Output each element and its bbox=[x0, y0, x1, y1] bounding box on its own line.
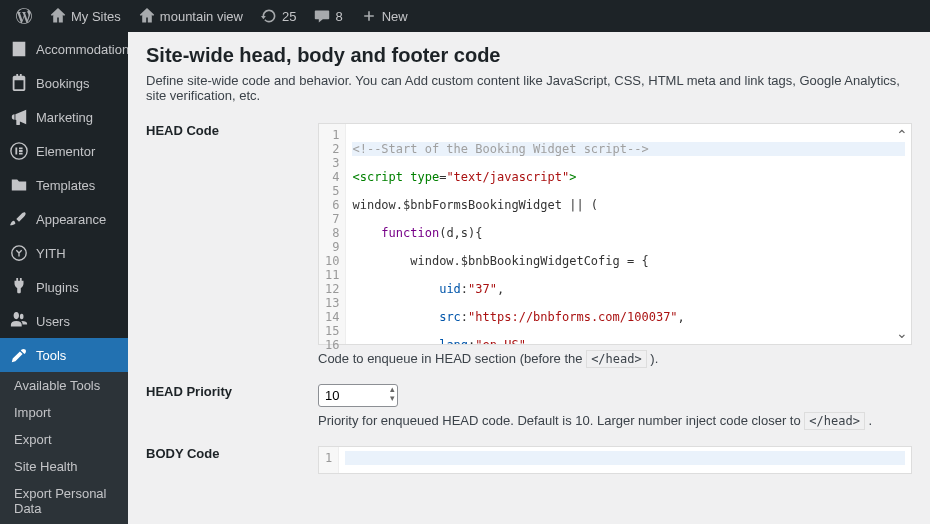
sidebar-item-accommodation[interactable]: Accommodation bbox=[0, 32, 128, 66]
plug-icon bbox=[10, 278, 28, 296]
wrench-icon bbox=[10, 346, 28, 364]
megaphone-icon bbox=[10, 108, 28, 126]
sidebar-item-label: YITH bbox=[36, 246, 66, 261]
admin-sidebar: Accommodation Bookings Marketing Element… bbox=[0, 32, 128, 524]
comment-icon bbox=[314, 8, 330, 24]
brush-icon bbox=[10, 210, 28, 228]
sidebar-item-label: Appearance bbox=[36, 212, 106, 227]
sidebar-item-elementor[interactable]: Elementor bbox=[0, 134, 128, 168]
head-priority-help: Priority for enqueued HEAD code. Default… bbox=[318, 413, 912, 428]
scroll-up-icon[interactable]: ⌃ bbox=[895, 128, 909, 142]
head-code-label: HEAD Code bbox=[146, 123, 318, 366]
sidebar-item-label: Tools bbox=[36, 348, 66, 363]
submenu-import[interactable]: Import bbox=[0, 399, 128, 426]
sidebar-item-tools[interactable]: Tools bbox=[0, 338, 128, 372]
head-code-help: Code to enqueue in HEAD section (before … bbox=[318, 351, 912, 366]
sidebar-item-marketing[interactable]: Marketing bbox=[0, 100, 128, 134]
page-description: Define site-wide code and behavior. You … bbox=[146, 73, 912, 103]
head-priority-input[interactable] bbox=[318, 384, 398, 407]
body-code-label: BODY Code bbox=[146, 446, 318, 474]
sidebar-item-appearance[interactable]: Appearance bbox=[0, 202, 128, 236]
sidebar-item-label: Elementor bbox=[36, 144, 95, 159]
code-area[interactable]: <!--Start of the Booking Widget script--… bbox=[346, 124, 911, 344]
calendar-icon bbox=[10, 74, 28, 92]
code-area[interactable] bbox=[339, 447, 911, 473]
sidebar-item-label: Users bbox=[36, 314, 70, 329]
body-code-editor[interactable]: 1 bbox=[318, 446, 912, 474]
folder-icon bbox=[10, 176, 28, 194]
site-name-label: mountain view bbox=[160, 9, 243, 24]
sidebar-item-bookings[interactable]: Bookings bbox=[0, 66, 128, 100]
site-name-link[interactable]: mountain view bbox=[131, 0, 251, 32]
submenu-export-personal-data[interactable]: Export Personal Data bbox=[0, 480, 128, 522]
sidebar-item-label: Marketing bbox=[36, 110, 93, 125]
page-title: Site-wide head, body and footer code bbox=[146, 44, 912, 67]
submenu-site-health[interactable]: Site Health bbox=[0, 453, 128, 480]
line-gutter: 12345678910111213141516 bbox=[319, 124, 346, 344]
admin-toolbar: My Sites mountain view 25 8 New bbox=[0, 0, 930, 32]
sidebar-item-label: Templates bbox=[36, 178, 95, 193]
sidebar-item-yith[interactable]: YITH bbox=[0, 236, 128, 270]
new-label: New bbox=[382, 9, 408, 24]
elementor-icon bbox=[10, 142, 28, 160]
scroll-down-icon[interactable]: ⌄ bbox=[895, 326, 909, 340]
wp-logo[interactable] bbox=[8, 0, 40, 32]
sidebar-item-templates[interactable]: Templates bbox=[0, 168, 128, 202]
wordpress-icon bbox=[16, 8, 32, 24]
line-gutter: 1 bbox=[319, 447, 339, 473]
home-icon bbox=[139, 8, 155, 24]
yith-icon bbox=[10, 244, 28, 262]
submenu-available-tools[interactable]: Available Tools bbox=[0, 372, 128, 399]
new-link[interactable]: New bbox=[353, 0, 416, 32]
sidebar-item-users[interactable]: Users bbox=[0, 304, 128, 338]
my-sites-label: My Sites bbox=[71, 9, 121, 24]
users-icon bbox=[10, 312, 28, 330]
updates-count: 25 bbox=[282, 9, 296, 24]
updates-link[interactable]: 25 bbox=[253, 0, 304, 32]
head-priority-label: HEAD Priority bbox=[146, 384, 318, 428]
head-code-editor[interactable]: 12345678910111213141516 <!--Start of the… bbox=[318, 123, 912, 345]
sidebar-item-label: Accommodation bbox=[36, 42, 128, 57]
spinner-icon[interactable]: ▴▾ bbox=[390, 385, 395, 403]
comments-count: 8 bbox=[335, 9, 342, 24]
tools-submenu: Available Tools Import Export Site Healt… bbox=[0, 372, 128, 524]
sidebar-item-plugins[interactable]: Plugins bbox=[0, 270, 128, 304]
submenu-export[interactable]: Export bbox=[0, 426, 128, 453]
home-icon bbox=[50, 8, 66, 24]
sidebar-item-label: Bookings bbox=[36, 76, 89, 91]
comments-link[interactable]: 8 bbox=[306, 0, 350, 32]
my-sites-link[interactable]: My Sites bbox=[42, 0, 129, 32]
plus-icon bbox=[361, 8, 377, 24]
refresh-icon bbox=[261, 8, 277, 24]
main-content: Site-wide head, body and footer code Def… bbox=[128, 32, 930, 524]
sidebar-item-label: Plugins bbox=[36, 280, 79, 295]
building-icon bbox=[10, 40, 28, 58]
